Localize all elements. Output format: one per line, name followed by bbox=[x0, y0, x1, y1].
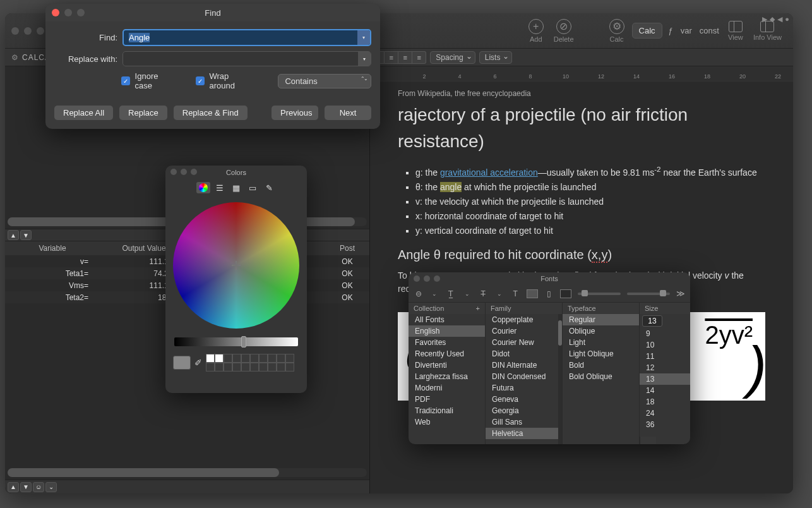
calc-segment[interactable]: Calc bbox=[632, 23, 662, 39]
min-dot[interactable] bbox=[24, 27, 32, 35]
lists-dropdown[interactable]: Lists bbox=[479, 51, 513, 64]
list-item[interactable]: Geneva bbox=[486, 394, 562, 405]
list-item[interactable]: Moderni bbox=[409, 382, 485, 394]
find-close-icon[interactable] bbox=[52, 9, 59, 16]
doc-color-icon[interactable]: ▯ bbox=[544, 289, 554, 299]
swatch-cell[interactable] bbox=[215, 363, 224, 372]
bottom-hscroll-thumb[interactable] bbox=[8, 468, 279, 477]
more-icon[interactable]: ≫ bbox=[676, 289, 685, 298]
list-item[interactable]: Futura bbox=[486, 382, 562, 394]
family-scrollbar[interactable] bbox=[558, 314, 562, 444]
find-input[interactable]: Angle▾ bbox=[122, 29, 371, 46]
list-item[interactable]: Light bbox=[563, 337, 639, 348]
replace-input[interactable]: ▾ bbox=[122, 51, 371, 66]
find-max-icon[interactable] bbox=[77, 9, 85, 16]
bottom-hscroll[interactable] bbox=[8, 468, 367, 477]
list-item[interactable]: Bold bbox=[563, 360, 639, 371]
replace-find-button[interactable]: Replace & Find bbox=[174, 106, 248, 120]
calc-button[interactable]: ⚙ Calc bbox=[609, 19, 624, 43]
list-item[interactable]: 13 bbox=[640, 373, 690, 385]
swatch-cell[interactable] bbox=[224, 363, 232, 372]
swatch-cell[interactable] bbox=[277, 363, 285, 372]
swatch-cell[interactable] bbox=[241, 354, 250, 363]
list-item[interactable]: Larghezza fissa bbox=[409, 371, 485, 382]
list-item[interactable]: 11 bbox=[640, 351, 690, 362]
add-collection-icon[interactable]: + bbox=[476, 305, 480, 312]
font-action-icon[interactable]: ⊖ bbox=[414, 289, 424, 299]
bb-up-icon[interactable]: ▲ bbox=[8, 482, 19, 492]
wrap-around-checkbox[interactable]: ✓ bbox=[196, 76, 205, 85]
fonts-max-icon[interactable] bbox=[434, 275, 440, 282]
chevron-down-icon[interactable]: ⌄ bbox=[494, 289, 505, 299]
list-item[interactable]: 24 bbox=[640, 408, 690, 419]
list-item[interactable]: 9 bbox=[640, 328, 690, 339]
list-item[interactable]: Bold Oblique bbox=[563, 371, 639, 382]
close-dot[interactable] bbox=[11, 27, 19, 35]
size-input[interactable] bbox=[642, 315, 662, 327]
const-button[interactable]: const bbox=[700, 26, 719, 35]
ruler-left-icon[interactable]: ◀ bbox=[777, 15, 782, 23]
swatch-cell[interactable] bbox=[285, 363, 294, 372]
list-item[interactable]: Web bbox=[409, 416, 485, 428]
list-item[interactable]: Didot bbox=[486, 348, 562, 360]
ruler-diamond-icon[interactable]: ◆ bbox=[770, 15, 775, 23]
brightness-slider[interactable] bbox=[174, 337, 298, 346]
slider-knob[interactable] bbox=[660, 290, 666, 296]
swatch-cell[interactable] bbox=[232, 363, 241, 372]
swatch-cell[interactable] bbox=[250, 363, 259, 372]
add-button[interactable]: + Add bbox=[528, 19, 544, 43]
list-item[interactable]: All Fonts bbox=[409, 314, 485, 325]
list-item[interactable]: Favorites bbox=[409, 337, 485, 348]
eyedropper-icon[interactable]: ✐ bbox=[194, 358, 202, 368]
list-item[interactable]: Divertenti bbox=[409, 360, 485, 371]
text-color-swatch[interactable] bbox=[527, 289, 538, 298]
col-variable[interactable]: Variable bbox=[5, 244, 100, 253]
current-color-swatch[interactable] bbox=[173, 356, 191, 370]
swatch-cell[interactable] bbox=[268, 354, 277, 363]
bb-smiley-icon[interactable]: ☺ bbox=[33, 482, 44, 492]
bb-dropdown-icon[interactable]: ⌄ bbox=[45, 482, 57, 492]
list-item[interactable]: Helvetica bbox=[486, 428, 562, 439]
list-item[interactable]: Georgia bbox=[486, 405, 562, 416]
swatch-cell[interactable] bbox=[206, 354, 215, 363]
table-down-icon[interactable]: ▼ bbox=[20, 230, 32, 240]
list-item[interactable]: 10 bbox=[640, 339, 690, 351]
align-center-icon[interactable]: ≡ bbox=[385, 51, 398, 64]
list-item[interactable]: DIN Alternate bbox=[486, 360, 562, 371]
fonts-titlebar[interactable]: Fonts bbox=[409, 272, 690, 285]
swatch-cell[interactable] bbox=[259, 363, 268, 372]
grav-accel-link[interactable]: gravitational acceleration bbox=[440, 167, 538, 178]
replace-all-button[interactable]: Replace All bbox=[54, 106, 113, 120]
max-dot[interactable] bbox=[37, 27, 44, 35]
list-item[interactable]: Courier bbox=[486, 325, 562, 337]
find-min-icon[interactable] bbox=[64, 9, 72, 16]
table-up-icon[interactable]: ▲ bbox=[8, 230, 19, 240]
underline-icon[interactable]: T̲ bbox=[446, 289, 456, 299]
find-history-icon[interactable]: ▾ bbox=[357, 30, 370, 45]
sliders-tab-icon[interactable]: ☰ bbox=[213, 182, 227, 193]
replace-button[interactable]: Replace bbox=[119, 106, 167, 120]
swatch-cell[interactable] bbox=[206, 363, 215, 372]
align-right-icon[interactable]: ≡ bbox=[398, 51, 412, 64]
strikethrough-icon[interactable]: T bbox=[478, 289, 488, 299]
color-wheel[interactable] bbox=[173, 202, 299, 329]
fonts-min-icon[interactable] bbox=[424, 275, 430, 282]
list-item[interactable]: Copperplate bbox=[486, 314, 562, 325]
swatch-grid[interactable] bbox=[206, 354, 294, 372]
swatch-cell[interactable] bbox=[232, 354, 241, 363]
list-item[interactable]: 14 bbox=[640, 385, 690, 396]
info-view-button[interactable]: Info View bbox=[753, 21, 782, 41]
image-tab-icon[interactable]: ▭ bbox=[246, 182, 260, 193]
list-item[interactable]: Gill Sans bbox=[486, 416, 562, 428]
f-button[interactable]: ƒ bbox=[669, 26, 673, 35]
list-item[interactable]: Tradizionali bbox=[409, 405, 485, 416]
list-item[interactable]: 12 bbox=[640, 362, 690, 373]
swatch-cell[interactable] bbox=[215, 354, 224, 363]
var-button[interactable]: var bbox=[681, 26, 692, 35]
fonts-close-icon[interactable] bbox=[414, 275, 420, 282]
ruler[interactable]: 246810121416182022 bbox=[370, 66, 793, 82]
previous-button[interactable]: Previous bbox=[272, 106, 318, 120]
list-item[interactable]: Courier New bbox=[486, 337, 562, 348]
colors-titlebar[interactable]: Colors bbox=[165, 166, 307, 179]
size-slider[interactable] bbox=[640, 437, 656, 444]
